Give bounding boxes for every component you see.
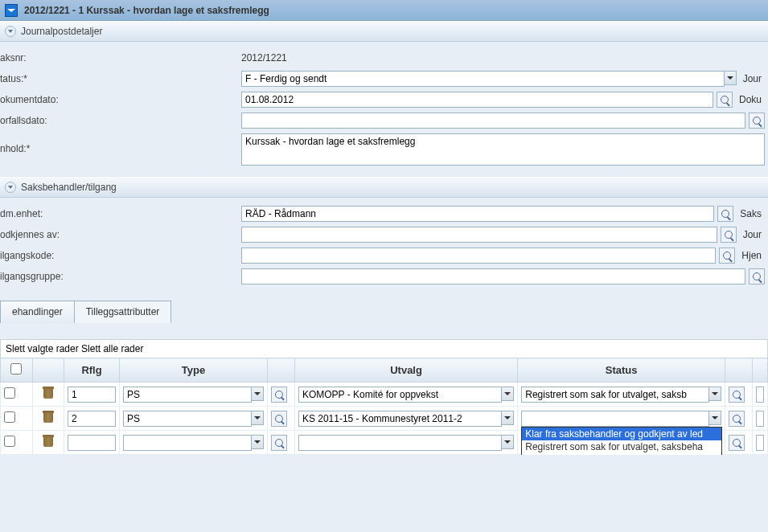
header-checkbox: [1, 358, 33, 383]
grid-toolbar: Slett valgte rader Slett alle rader: [0, 339, 768, 358]
section-saksbehandler-label: Saksbehandler/tilgang: [21, 182, 117, 193]
date-input[interactable]: [756, 387, 764, 403]
search-icon: [275, 439, 283, 447]
date-input[interactable]: [756, 411, 764, 427]
search-icon: [721, 96, 729, 104]
forfallsdato-input[interactable]: [241, 113, 745, 129]
dropdown-arrow-icon[interactable]: [501, 387, 514, 401]
status-select[interactable]: [521, 387, 709, 403]
journalpost-form: aksnr: 2012/1221 tatus:* Jour okumentdat…: [0, 42, 768, 177]
type-select[interactable]: [123, 411, 252, 427]
utvalg-select[interactable]: [298, 411, 502, 427]
tilgangskode-input[interactable]: [241, 248, 716, 264]
rflg-input[interactable]: [68, 387, 116, 403]
row-checkbox[interactable]: [4, 436, 15, 447]
tabs: ehandlinger Tilleggsattributter: [0, 301, 768, 323]
godkjennes-right-label: Jour: [740, 227, 765, 243]
table-row: Klar fra saksbehandler og godkjent av le…: [1, 407, 768, 431]
trash-icon[interactable]: [43, 435, 54, 448]
tab-behandlinger[interactable]: ehandlinger: [0, 301, 75, 323]
tilgangsgruppe-search-button[interactable]: [749, 268, 765, 284]
table-row: [1, 383, 768, 407]
tilgangskode-label: ilgangskode:: [0, 248, 241, 261]
type-search-button[interactable]: [271, 411, 287, 427]
collapse-icon: [5, 26, 16, 37]
trash-icon[interactable]: [43, 411, 54, 424]
status-dropdown: Klar fra saksbehandler og godkjent av le…: [521, 427, 722, 456]
dropdown-option[interactable]: Klar fra saksbehandler og godkjent av le…: [522, 428, 721, 440]
admenhet-search-button[interactable]: [717, 206, 733, 222]
utvalg-select[interactable]: [298, 435, 502, 451]
dropdown-option[interactable]: Registrert som sak for utvalget, saksbeh…: [522, 440, 721, 453]
status-search-button[interactable]: [729, 435, 745, 451]
dropdown-arrow-icon[interactable]: [251, 411, 264, 425]
trash-icon[interactable]: [43, 387, 54, 399]
search-icon: [733, 391, 741, 399]
admenhet-label: dm.enhet:: [0, 206, 241, 219]
dropdown-arrow-icon[interactable]: [251, 387, 264, 401]
innhold-textarea[interactable]: [241, 133, 765, 166]
section-journalpost-label: Journalpostdetaljer: [21, 26, 102, 37]
type-select[interactable]: [123, 435, 252, 451]
dropdown-arrow-icon[interactable]: [251, 435, 264, 449]
tab-tilleggsattributter[interactable]: Tilleggsattributter: [74, 301, 172, 323]
forfallsdato-search-button[interactable]: [749, 113, 765, 129]
rflg-input[interactable]: [68, 435, 116, 451]
window-title: 2012/1221 - 1 Kurssak - hvordan lage et …: [24, 5, 269, 16]
saksbehandler-form: dm.enhet: Saks odkjennes av: Jour ilgang…: [0, 198, 768, 297]
select-all-checkbox[interactable]: [10, 363, 22, 374]
godkjennes-input[interactable]: [241, 227, 717, 243]
document-icon: [5, 4, 18, 17]
search-icon: [723, 252, 731, 260]
search-icon: [753, 272, 761, 280]
tilgangsgruppe-label: ilgangsgruppe:: [0, 268, 241, 282]
status-search-button[interactable]: [729, 387, 745, 403]
section-saksbehandler[interactable]: Saksbehandler/tilgang: [0, 177, 768, 198]
saksnr-label: aksnr:: [0, 50, 241, 63]
dropdown-arrow-icon[interactable]: [708, 387, 721, 401]
dokumentdato-input[interactable]: [241, 92, 713, 108]
type-search-button[interactable]: [271, 435, 287, 451]
status-search-button[interactable]: [729, 411, 745, 427]
delete-selected-button[interactable]: Slett valgte rader: [6, 343, 79, 354]
tilgangsgruppe-input[interactable]: [241, 268, 745, 284]
status-select[interactable]: [521, 411, 709, 427]
dokumentdato-right-label: Doku: [736, 92, 765, 108]
header-rflg: Rflg: [64, 358, 120, 383]
type-search-button[interactable]: [271, 387, 287, 403]
admenhet-input[interactable]: [241, 206, 714, 222]
utvalg-select[interactable]: [298, 387, 502, 403]
status-dropdown-wrap: Klar fra saksbehandler og godkjent av le…: [521, 411, 721, 427]
date-input[interactable]: [756, 435, 764, 451]
window-titlebar: 2012/1221 - 1 Kurssak - hvordan lage et …: [0, 0, 768, 21]
status-select[interactable]: [241, 71, 725, 87]
header-delete: [32, 358, 64, 383]
header-date: [753, 358, 768, 383]
innhold-label: nhold:*: [0, 133, 241, 154]
status-right-label: Jour: [740, 71, 765, 87]
type-select[interactable]: [123, 387, 252, 403]
row-checkbox[interactable]: [4, 411, 15, 423]
godkjennes-label: odkjennes av:: [0, 227, 241, 240]
section-journalpost[interactable]: Journalpostdetaljer: [0, 21, 768, 42]
tilgangskode-search-button[interactable]: [719, 248, 735, 264]
dropdown-arrow-icon[interactable]: [501, 435, 514, 449]
dokumentdato-search-button[interactable]: [717, 92, 733, 108]
header-utvalg: Utvalg: [294, 358, 517, 383]
search-icon: [275, 415, 283, 423]
dropdown-arrow-icon[interactable]: [724, 71, 737, 85]
dropdown-arrow-icon[interactable]: [501, 411, 514, 425]
delete-all-button[interactable]: Slett alle rader: [81, 343, 143, 354]
header-type: Type: [120, 358, 268, 383]
admenhet-right-label: Saks: [737, 206, 765, 222]
status-label: tatus:*: [0, 71, 241, 84]
dropdown-arrow-icon[interactable]: [708, 411, 721, 425]
grid-header-row: Rflg Type Utvalg Status: [1, 358, 768, 383]
dokumentdato-label: okumentdato:: [0, 92, 241, 105]
search-icon: [733, 439, 741, 447]
header-search2: [725, 358, 753, 383]
godkjennes-search-button[interactable]: [721, 227, 737, 243]
rflg-input[interactable]: [68, 411, 116, 427]
row-checkbox[interactable]: [4, 387, 15, 399]
dropdown-option[interactable]: Saken er ferdig behandlet av utvalget.: [522, 453, 721, 456]
